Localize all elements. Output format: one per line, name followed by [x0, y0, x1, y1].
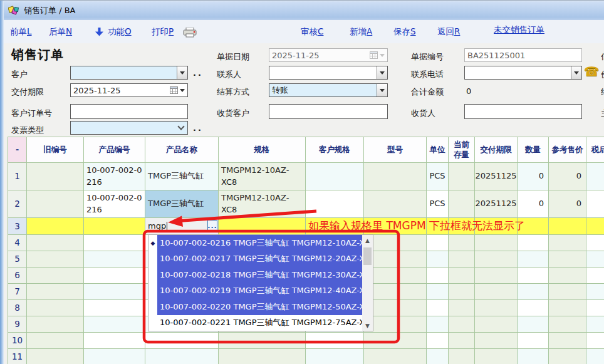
printer-icon[interactable] [183, 28, 197, 38]
column-header[interactable]: 交付期限 [475, 137, 518, 163]
scroll-down-icon[interactable]: ▼ [362, 320, 373, 331]
cell-delivery[interactable] [475, 284, 518, 300]
product-name-edit-value[interactable]: mgp [146, 221, 166, 232]
cell-qty[interactable] [518, 333, 549, 349]
cell-tax[interactable] [586, 300, 604, 316]
cell-delivery[interactable] [475, 300, 518, 316]
cell-tax[interactable] [586, 268, 604, 284]
cell-delivery[interactable]: 20251125 [475, 190, 518, 218]
next-doc-button[interactable]: 后单N [49, 26, 72, 38]
cell-model[interactable] [364, 284, 427, 300]
cell-tax[interactable] [586, 316, 604, 333]
column-header[interactable]: 单位 [427, 137, 449, 163]
cell-tax[interactable] [586, 218, 604, 235]
cell-qty[interactable] [518, 268, 549, 284]
cell-ref-price[interactable] [549, 218, 586, 235]
customer-browse-button[interactable]: .. [193, 68, 203, 78]
cell-ref-price[interactable] [549, 333, 586, 349]
cell-delivery[interactable] [475, 235, 518, 251]
phone-icon[interactable]: ☎ [584, 64, 600, 79]
cell-unit[interactable] [427, 268, 449, 284]
cell-delivery[interactable] [475, 349, 518, 364]
cell-product-no[interactable]: 10-007-002-0216 [84, 190, 145, 218]
cell-tax[interactable] [586, 349, 604, 364]
table-row[interactable]: 1 10-007-002-0216 TMGP三轴气缸 TMGPM12-10AZ-… [8, 163, 604, 190]
row-number[interactable]: 9 [8, 316, 27, 333]
cell-model[interactable] [364, 316, 427, 333]
cell-tax[interactable] [586, 235, 604, 251]
cell-ref-price[interactable] [549, 268, 586, 284]
settlement-combobox[interactable]: 转账 [269, 83, 388, 97]
column-header[interactable]: 旧编号 [27, 137, 84, 163]
cell-product-no[interactable] [84, 284, 145, 300]
cell-product-no[interactable] [84, 333, 145, 349]
cell-tax[interactable] [586, 284, 604, 300]
cell-ref-price[interactable] [549, 316, 586, 333]
table-row[interactable]: 10 [8, 333, 604, 349]
cell-unit[interactable] [427, 316, 449, 333]
customer-dropdown-button[interactable] [177, 66, 187, 79]
cell-unit[interactable] [427, 284, 449, 300]
product-lookup-dropdown[interactable]: ◆ 10-007-002-0216 TMGP三轴气缸 TMGPM12-10AZ-… [148, 234, 373, 331]
cell-model[interactable] [364, 235, 427, 251]
row-number[interactable]: 2 [8, 190, 27, 218]
cell-customer-spec[interactable] [306, 349, 364, 364]
cell-old-no[interactable] [27, 190, 84, 218]
cell-stock[interactable] [449, 235, 475, 251]
cell-delivery[interactable] [475, 251, 518, 268]
row-number[interactable]: 10 [8, 333, 27, 349]
phone-dropdown-button[interactable] [571, 66, 581, 79]
cell-ref-price[interactable] [549, 349, 586, 364]
cell-delivery[interactable] [475, 316, 518, 333]
cell-ref-price[interactable]: 0 [549, 190, 586, 218]
cell-old-no[interactable] [27, 251, 84, 268]
cell-product-name[interactable] [145, 349, 219, 364]
cell-customer-spec[interactable] [306, 190, 364, 218]
contact-combobox[interactable] [269, 66, 388, 80]
cell-stock[interactable] [449, 284, 475, 300]
cell-model[interactable] [364, 268, 427, 284]
delivery-deadline-datepicker[interactable]: 2025-11-25 [70, 83, 188, 97]
column-header[interactable]: 当前存量 [449, 137, 475, 163]
row-number[interactable]: 8 [8, 300, 27, 316]
cell-spec[interactable] [219, 333, 306, 349]
cell-qty[interactable] [518, 316, 549, 333]
row-number[interactable]: 6 [8, 268, 27, 284]
cell-delivery[interactable] [475, 268, 518, 284]
print-button[interactable]: 打印P [152, 26, 174, 38]
cell-unit[interactable] [427, 235, 449, 251]
dropdown-item[interactable]: 10-007-002-0218 TMGP三轴气缸 TMGPM12-30AZ-XC… [148, 267, 362, 283]
function-menu-button[interactable]: 功能O [108, 26, 132, 38]
cell-unit[interactable]: PCS [427, 190, 449, 218]
cell-old-no[interactable] [27, 163, 84, 190]
cell-product-no[interactable] [84, 218, 145, 235]
dropdown-item[interactable]: 10-007-002-0219 TMGP三轴气缸 TMGPM12-40AZ-XC… [148, 283, 362, 299]
cell-delivery[interactable] [475, 333, 518, 349]
row-number[interactable]: 11 [8, 349, 27, 364]
cell-stock[interactable] [449, 316, 475, 333]
cell-qty[interactable] [518, 300, 549, 316]
customer-combobox[interactable] [70, 66, 188, 80]
invoice-type-browse-button[interactable]: .. [193, 123, 203, 133]
row-number[interactable]: 1 [8, 163, 27, 190]
cell-ref-price[interactable] [549, 235, 586, 251]
contact-phone-combobox[interactable] [464, 66, 582, 80]
cell-tax[interactable] [586, 190, 604, 218]
prev-doc-button[interactable]: 前单L [10, 26, 32, 38]
cell-old-no[interactable] [27, 333, 84, 349]
row-number[interactable]: 7 [8, 284, 27, 300]
cell-product-no[interactable] [84, 251, 145, 268]
cell-qty[interactable] [518, 251, 549, 268]
cell-product-no[interactable]: 10-007-002-0216 [84, 163, 145, 190]
receiving-customer-input[interactable] [269, 104, 388, 119]
cell-delivery[interactable]: 20251125 [475, 163, 518, 190]
cell-stock[interactable] [449, 163, 475, 190]
cell-model[interactable] [364, 300, 427, 316]
add-button[interactable]: 新增A [350, 26, 372, 38]
cell-stock[interactable] [449, 300, 475, 316]
cell-model[interactable] [364, 333, 427, 349]
customer-po-input[interactable] [70, 104, 188, 119]
cell-spec[interactable] [219, 218, 306, 235]
cell-stock[interactable] [449, 268, 475, 284]
column-header[interactable]: 规格 [219, 137, 306, 163]
